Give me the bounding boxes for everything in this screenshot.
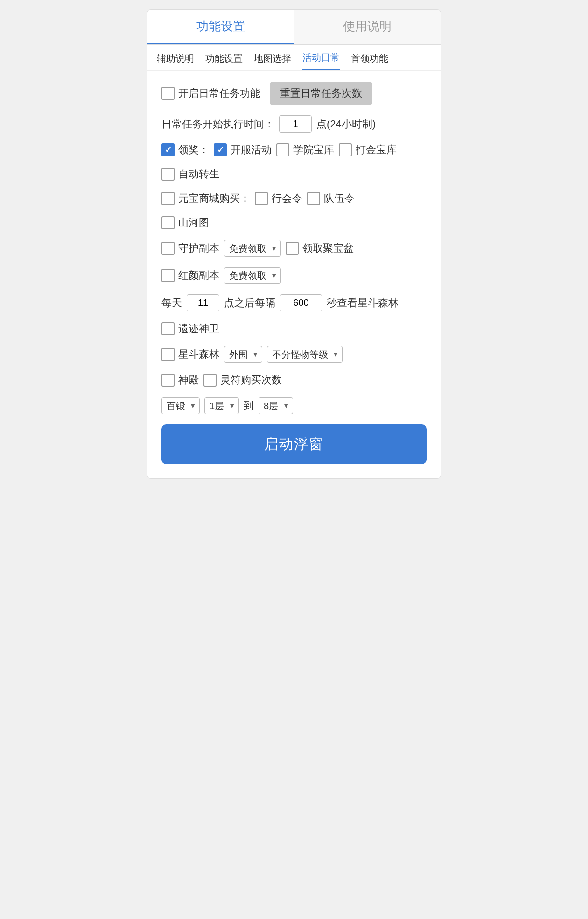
sub-nav-daily-activity[interactable]: 活动日常: [302, 51, 340, 70]
rewards-main-label: 领奖：: [178, 143, 209, 157]
baiduan-to-label: 到: [244, 399, 254, 413]
shanhe-map-checkbox[interactable]: 山河图: [161, 216, 209, 230]
content-area: 开启日常任务功能 重置日常任务次数 日常任务开始执行时间： 点(24小时制) 领…: [147, 71, 441, 478]
start-float-button[interactable]: 启动浮窗: [161, 424, 427, 464]
baiduan-type-dropdown[interactable]: 百锻 千锻 万锻: [161, 397, 200, 414]
temple-checkbox[interactable]: 神殿: [161, 373, 199, 387]
relic-guard-cb-box[interactable]: [161, 322, 175, 335]
xindou-interval-input[interactable]: [280, 294, 322, 311]
guild-order-label: 行会令: [272, 191, 302, 205]
enable-daily-task-cb-box[interactable]: [161, 87, 175, 100]
relic-guard-checkbox[interactable]: 遗迹神卫: [161, 322, 219, 336]
enable-daily-task-row: 开启日常任务功能 重置日常任务次数: [161, 82, 427, 105]
guard-instance-dropdown-wrap: 免费领取 付费领取 ▼: [224, 240, 281, 257]
auto-rebirth-label: 自动转生: [178, 167, 219, 181]
sub-nav-auxiliary[interactable]: 辅助说明: [157, 52, 194, 70]
rewards-dajinbaoku-cb-box[interactable]: [339, 143, 352, 156]
sub-nav-map-select[interactable]: 地图选择: [254, 52, 291, 70]
collect-jubaopen-label: 领取聚宝盆: [302, 241, 354, 255]
rewards-kaifuhuodong-cb-box[interactable]: [214, 143, 227, 156]
auto-rebirth-row: 自动转生: [161, 167, 427, 181]
hongyan-instance-cb-box[interactable]: [161, 269, 175, 282]
yuanbao-shop-checkbox[interactable]: 元宝商城购买：: [161, 191, 250, 205]
xindou-forest-timing-row: 每天 点之后每隔 秒查看星斗森林: [161, 294, 427, 311]
rewards-main-checkbox[interactable]: 领奖：: [161, 143, 209, 157]
sub-nav: 辅助说明 功能设置 地图选择 活动日常 首领功能: [147, 45, 441, 71]
temple-label: 神殿: [178, 373, 199, 387]
rewards-row: 领奖： 开服活动 学院宝库 打金宝库: [161, 143, 427, 157]
baiduan-to-layer-wrap: 1层 2层 3层 4层 5层 6层 7层 8层 ▼: [259, 397, 293, 414]
xindou-prefix: 每天: [161, 296, 182, 310]
lingfu-checkbox[interactable]: 灵符购买次数: [203, 373, 282, 387]
baiduan-from-layer-dropdown[interactable]: 1层 2层 3层 4层 5层 6层 7层 8层: [204, 397, 239, 414]
rewards-xueyuanbaoku-checkbox[interactable]: 学院宝库: [276, 143, 334, 157]
hongyan-instance-dropdown[interactable]: 免费领取 付费领取: [224, 267, 281, 284]
guild-order-checkbox[interactable]: 行会令: [255, 191, 302, 205]
rewards-kaifuhuodong-checkbox[interactable]: 开服活动: [214, 143, 272, 157]
shanhe-map-cb-box[interactable]: [161, 216, 175, 229]
collect-jubaopen-checkbox[interactable]: 领取聚宝盆: [286, 241, 354, 255]
star-forest-level-dropdown-wrap: 不分怪物等级 低级怪物 高级怪物 ▼: [267, 346, 343, 363]
star-forest-area-dropdown-wrap: 外围 中心 深处 ▼: [224, 346, 262, 363]
team-order-cb-box[interactable]: [307, 192, 320, 205]
guild-order-cb-box[interactable]: [255, 192, 268, 205]
relic-guard-row: 遗迹神卫: [161, 322, 427, 336]
enable-daily-task-checkbox[interactable]: 开启日常任务功能: [161, 86, 260, 100]
rewards-dajinbaoku-label: 打金宝库: [356, 143, 397, 157]
temple-row: 神殿 灵符购买次数: [161, 373, 427, 387]
lingfu-cb-box[interactable]: [203, 374, 217, 387]
baiduan-from-layer-wrap: 1层 2层 3层 4层 5层 6层 7层 8层 ▼: [204, 397, 239, 414]
app-container: 功能设置 使用说明 辅助说明 功能设置 地图选择 活动日常 首领功能 开启日常任…: [147, 9, 441, 479]
hongyan-instance-row: 红颜副本 免费领取 付费领取 ▼: [161, 267, 427, 284]
xindou-suffix: 秒查看星斗森林: [327, 296, 399, 310]
tab-usage-instructions[interactable]: 使用说明: [294, 10, 441, 44]
rewards-xueyuanbaoku-label: 学院宝库: [293, 143, 334, 157]
daily-start-time-suffix: 点(24小时制): [316, 117, 376, 131]
top-tabs: 功能设置 使用说明: [147, 10, 441, 45]
rewards-dajinbaoku-checkbox[interactable]: 打金宝库: [339, 143, 397, 157]
star-forest-area-dropdown[interactable]: 外围 中心 深处: [224, 346, 262, 363]
enable-daily-task-label: 开启日常任务功能: [178, 86, 260, 100]
xindou-middle: 点之后每隔: [224, 296, 275, 310]
shanhe-map-row: 山河图: [161, 216, 427, 230]
xindou-hour-input[interactable]: [187, 294, 219, 311]
star-forest-level-dropdown[interactable]: 不分怪物等级 低级怪物 高级怪物: [267, 346, 343, 363]
daily-start-time-input[interactable]: [279, 115, 312, 133]
team-order-checkbox[interactable]: 队伍令: [307, 191, 355, 205]
shanhe-map-label: 山河图: [178, 216, 209, 230]
star-forest-cb-box[interactable]: [161, 348, 175, 361]
hongyan-instance-label: 红颜副本: [178, 269, 219, 283]
sub-nav-feature-set[interactable]: 功能设置: [205, 52, 243, 70]
rewards-xueyuanbaoku-cb-box[interactable]: [276, 143, 289, 156]
hongyan-instance-checkbox[interactable]: 红颜副本: [161, 269, 219, 283]
star-forest-row: 星斗森林 外围 中心 深处 ▼ 不分怪物等级 低级怪物 高级怪物 ▼: [161, 346, 427, 363]
rewards-main-cb-box[interactable]: [161, 143, 175, 156]
hongyan-instance-dropdown-wrap: 免费领取 付费领取 ▼: [224, 267, 281, 284]
temple-cb-box[interactable]: [161, 374, 175, 387]
baiduan-row: 百锻 千锻 万锻 ▼ 1层 2层 3层 4层 5层 6层 7层 8层 ▼: [161, 397, 427, 414]
daily-start-time-prefix: 日常任务开始执行时间：: [161, 117, 274, 131]
relic-guard-label: 遗迹神卫: [178, 322, 219, 336]
guard-instance-dropdown[interactable]: 免费领取 付费领取: [224, 240, 281, 257]
yuanbao-shop-cb-box[interactable]: [161, 192, 175, 205]
reset-daily-task-button[interactable]: 重置日常任务次数: [270, 82, 372, 105]
tab-function-settings[interactable]: 功能设置: [147, 10, 294, 44]
auto-rebirth-cb-box[interactable]: [161, 168, 175, 181]
guard-instance-cb-box[interactable]: [161, 242, 175, 255]
guard-instance-checkbox[interactable]: 守护副本: [161, 241, 219, 255]
sub-nav-leader-func[interactable]: 首领功能: [351, 52, 388, 70]
collect-jubaopen-cb-box[interactable]: [286, 242, 299, 255]
lingfu-label: 灵符购买次数: [220, 373, 282, 387]
star-forest-checkbox[interactable]: 星斗森林: [161, 347, 219, 361]
baiduan-to-layer-dropdown[interactable]: 1层 2层 3层 4层 5层 6层 7层 8层: [259, 397, 293, 414]
daily-start-time-row: 日常任务开始执行时间： 点(24小时制): [161, 115, 427, 133]
yuanbao-shop-label: 元宝商城购买：: [178, 191, 250, 205]
team-order-label: 队伍令: [324, 191, 355, 205]
rewards-kaifuhuodong-label: 开服活动: [231, 143, 272, 157]
yuanbao-shop-row: 元宝商城购买： 行会令 队伍令: [161, 191, 427, 205]
guard-instance-row: 守护副本 免费领取 付费领取 ▼ 领取聚宝盆: [161, 240, 427, 257]
auto-rebirth-checkbox[interactable]: 自动转生: [161, 167, 219, 181]
star-forest-label: 星斗森林: [178, 347, 219, 361]
baiduan-type-wrap: 百锻 千锻 万锻 ▼: [161, 397, 200, 414]
guard-instance-label: 守护副本: [178, 241, 219, 255]
